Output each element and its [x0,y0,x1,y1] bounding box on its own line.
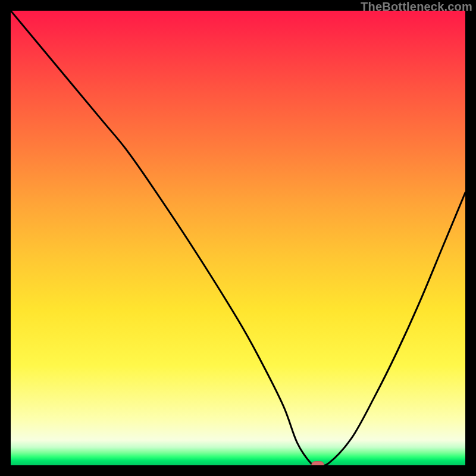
chart-stage: TheBottleneck.com [0,0,476,476]
optimum-marker [311,461,324,465]
plot-area [11,11,465,465]
background-gradient [11,11,465,465]
